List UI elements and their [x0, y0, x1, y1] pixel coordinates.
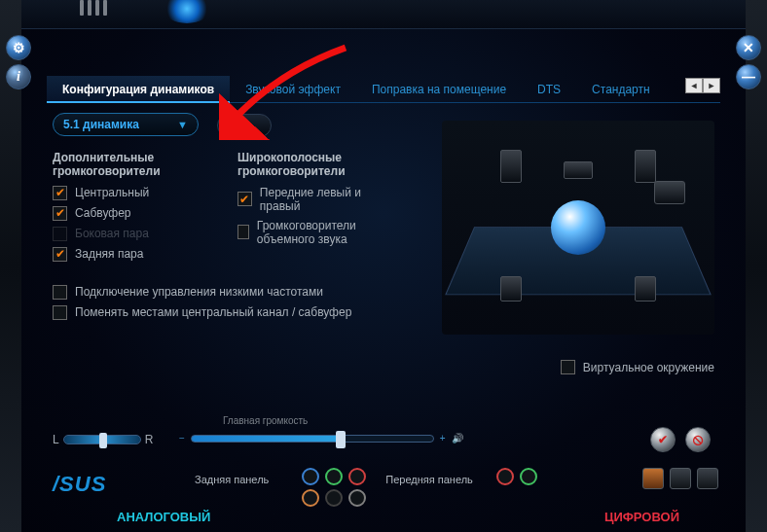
chk-subwoofer[interactable]: Сабвуфер: [53, 206, 208, 221]
speaker-config-dropdown[interactable]: 5.1 динамика ▼: [53, 113, 199, 136]
tab-pager-next[interactable]: ►: [703, 78, 720, 93]
speaker-visualization: [442, 121, 714, 335]
top-connectors: [80, 0, 107, 19]
tab-sound-effect[interactable]: Звуковой эффект: [230, 76, 356, 103]
tab-pager-prev[interactable]: ◄: [685, 78, 703, 93]
jack-front-hp[interactable]: [520, 468, 537, 485]
checkbox-icon: [53, 227, 67, 241]
volume-area: Главная громкость L R − + 🔊: [53, 413, 714, 462]
rear-jacks: [302, 468, 366, 485]
checkbox-icon: [53, 247, 67, 262]
dropdown-value: 5.1 динамика: [63, 118, 139, 131]
apply-button[interactable]: [650, 427, 676, 452]
jack-front-mic[interactable]: [496, 468, 514, 485]
chk-front-lr[interactable]: Передние левый и правый: [237, 186, 403, 213]
tab-bar: Конфигурация динамиков Звуковой эффект П…: [47, 76, 720, 103]
jack-green[interactable]: [325, 468, 343, 485]
vol-plus[interactable]: +: [440, 433, 446, 443]
tab-dts[interactable]: DTS: [522, 76, 576, 103]
chk-virtual-environment[interactable]: Виртуальное окружение: [561, 360, 714, 374]
chk-rear-pair[interactable]: Задняя пара: [53, 247, 208, 262]
front-jacks: [496, 468, 537, 485]
top-logo-orb: [163, 0, 211, 23]
tool-icon-1[interactable]: [642, 468, 664, 489]
jack-black[interactable]: [325, 489, 343, 507]
cancel-button[interactable]: [685, 427, 711, 452]
chk-surround[interactable]: Громкоговорители объемного звука: [237, 219, 403, 246]
jack-orange[interactable]: [302, 489, 319, 507]
mode-digital[interactable]: ЦИФРОВОЙ: [604, 510, 679, 524]
bottom-panel: /SUS Задняя панель Передняя панель АНАЛО…: [29, 468, 738, 526]
tab-pager: ◄ ►: [685, 78, 720, 93]
speaker-icon[interactable]: 🔊: [452, 433, 463, 443]
spk-front-right[interactable]: [635, 150, 656, 183]
jack-gray[interactable]: [348, 489, 366, 507]
jack-red[interactable]: [348, 468, 366, 485]
checkbox-icon: [237, 192, 252, 206]
spk-front-left[interactable]: [500, 150, 522, 183]
top-strip: [21, 0, 746, 29]
checkbox-icon: [53, 285, 67, 300]
checkbox-icon: [53, 186, 67, 200]
jack-blue[interactable]: [302, 468, 319, 485]
tab-speaker-config[interactable]: Конфигурация динамиков: [47, 76, 230, 103]
spk-rear-left[interactable]: [500, 276, 522, 301]
front-panel-label: Передняя панель: [385, 474, 473, 485]
balance-slider[interactable]: L R: [53, 433, 153, 446]
asus-logo: /SUS: [53, 472, 106, 497]
rear-panel-label: Задняя панель: [195, 474, 269, 485]
volume-slider[interactable]: [191, 435, 434, 443]
close-button[interactable]: ✕: [736, 35, 761, 60]
balance-thumb[interactable]: [99, 433, 107, 448]
spk-center[interactable]: [564, 161, 593, 179]
play-test-button[interactable]: ▶: [217, 114, 272, 137]
checkbox-icon: [53, 206, 67, 221]
fullrange-heading: Широкополосные громкоговорители: [237, 151, 403, 178]
settings-button[interactable]: ⚙: [6, 35, 31, 60]
play-icon: ▶: [240, 119, 248, 131]
minimize-button[interactable]: —: [736, 64, 761, 89]
info-button[interactable]: i: [6, 64, 31, 89]
tool-icon-3[interactable]: [697, 468, 718, 489]
main-volume-label: Главная громкость: [223, 415, 308, 426]
checkbox-icon: [561, 360, 575, 374]
tab-default[interactable]: Стандартн: [576, 76, 666, 103]
checkbox-icon: [237, 225, 249, 239]
spk-subwoofer[interactable]: [654, 181, 685, 204]
checkbox-icon: [53, 305, 67, 320]
volume-thumb[interactable]: [336, 431, 346, 448]
additional-heading: Дополнительные громкоговорители: [53, 151, 208, 178]
tool-icon-2[interactable]: [670, 468, 691, 489]
mode-analog[interactable]: АНАЛОГОВЫЙ: [117, 510, 210, 524]
chk-side-pair: Боковая пара: [53, 227, 208, 241]
chk-center[interactable]: Центральный: [53, 186, 208, 200]
spk-rear-right[interactable]: [635, 276, 656, 301]
listener-orb: [551, 200, 605, 255]
chevron-down-icon: ▼: [177, 119, 188, 130]
vol-minus[interactable]: −: [179, 433, 185, 443]
tab-room-correction[interactable]: Поправка на помещение: [356, 76, 522, 103]
